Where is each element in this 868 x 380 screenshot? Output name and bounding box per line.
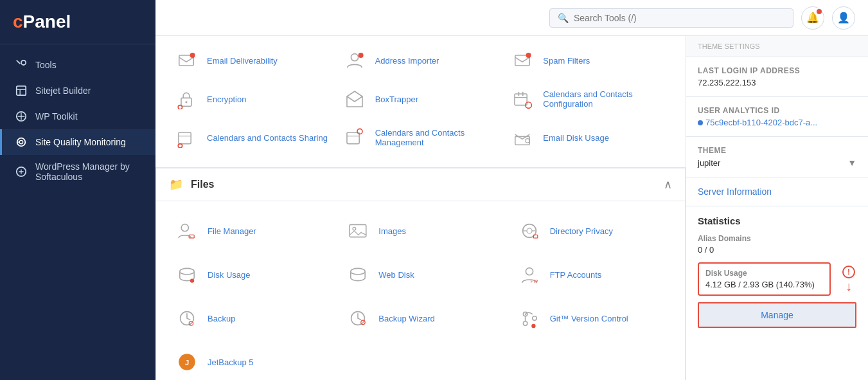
user-analytics-id: 75c9ecbf-b110-4202-bdc7-a... [698,118,856,127]
disk-usage-icon [174,262,200,287]
sidebar-nav: Tools Sitejet Builder WP Toolkit [0,44,155,380]
disk-usage-label: Disk Usage [705,269,823,278]
cal-mgmt-icon [342,125,368,150]
svg-point-11 [351,54,358,61]
email-disk-icon [509,125,535,150]
tool-backup[interactable]: Backup [169,299,330,338]
cal-sharing-icon [173,125,199,150]
svg-rect-1 [17,86,26,95]
cal-config-icon [509,86,535,112]
jetbackup-icon: J [174,349,200,375]
svg-point-42 [190,278,194,282]
svg-rect-24 [179,132,191,144]
user-analytics-label: User Analytics ID [698,106,856,115]
last-login-ip: 72.235.222.153 [698,78,856,87]
main-area: 🔍 🔔 👤 [155,0,868,380]
svg-point-32 [181,224,188,231]
address-importer-icon [342,48,368,73]
sidebar-item-wp-toolkit-label: WP Toolkit [35,111,78,122]
sidebar-item-wp-manager-label: WordPress Manager by Softaculous [35,161,143,182]
spam-filters-icon [509,48,535,73]
svg-rect-19 [515,94,527,105]
disk-usage-value: 4.12 GB / 2.93 GB (140.73%) [705,280,823,289]
svg-point-29 [357,129,362,134]
tool-email-disk-usage[interactable]: Email Disk Usage [504,118,673,157]
sidebar-item-wp-toolkit[interactable]: WP Toolkit [0,104,155,129]
tool-encryption[interactable]: Encryption [168,80,337,118]
files-tools-grid: File Manager Images [169,212,672,380]
sidebar-item-sitejet-label: Sitejet Builder [35,86,91,96]
web-disk-label: Web Disk [378,270,414,280]
sidebar-item-site-quality[interactable]: Site Quality Monitoring [0,129,155,155]
tool-boxtrapper[interactable]: BoxTrapper [337,80,505,118]
tool-git[interactable]: Git™ Version Control [511,299,672,338]
user-icon: 👤 [837,12,850,24]
address-importer-label: Address Importer [375,56,439,66]
server-info-link[interactable]: Server Information [686,177,868,206]
collapse-icon: ∧ [664,177,672,192]
git-icon [517,305,542,331]
tool-ftp-accounts[interactable]: FTP FTP Accounts [511,255,672,294]
tool-file-manager[interactable]: File Manager [169,212,330,250]
tool-directory-privacy[interactable]: Directory Privacy [511,212,672,250]
tool-email-deliverability[interactable]: Email Deliverability [168,41,337,80]
notification-badge [817,9,822,14]
email-disk-label: Email Disk Usage [543,133,609,143]
search-input[interactable] [574,13,785,23]
backup-icon [174,305,200,331]
logo: cPanel [0,0,155,44]
tool-backup-wizard[interactable]: Backup Wizard [340,299,500,338]
encryption-icon [173,86,199,112]
ftp-icon: FTP [517,262,542,287]
svg-point-17 [178,105,182,109]
backup-wizard-icon [345,305,371,331]
right-panel: THEME SETTINGS Last Login IP Address 72.… [686,36,868,380]
svg-point-37 [527,228,532,233]
web-disk-icon [345,262,371,287]
notifications-button[interactable]: 🔔 [801,6,824,30]
svg-line-0 [17,60,20,64]
svg-point-26 [178,144,182,148]
sidebar-item-wp-manager[interactable]: WordPress Manager by Softaculous [0,155,155,188]
sidebar-item-sitejet[interactable]: Sitejet Builder [0,78,155,104]
folder-icon: 📁 [169,177,183,192]
user-menu-button[interactable]: 👤 [832,6,855,30]
tool-disk-usage[interactable]: Disk Usage [169,255,330,294]
svg-point-44 [526,268,533,275]
tool-jetbackup[interactable]: J JetBackup 5 [169,343,330,380]
sidebar-item-site-quality-label: Site Quality Monitoring [35,137,126,147]
files-section-header[interactable]: 📁 Files ∧ [156,168,685,201]
content: Email Deliverability Address Importer [155,36,868,380]
tool-web-disk[interactable]: Web Disk [340,255,500,294]
search-bar: 🔍 [549,8,793,28]
svg-rect-34 [350,224,367,237]
tool-cal-contacts-mgmt[interactable]: Calendars and Contacts Management [337,118,505,157]
svg-rect-27 [347,132,359,144]
theme-value: jupiter [698,158,720,168]
topbar: 🔍 🔔 👤 [155,0,868,36]
svg-point-6 [19,140,22,143]
svg-rect-30 [515,136,529,145]
tool-spam-filters[interactable]: Spam Filters [504,41,673,80]
alias-domains-stat: Alias Domains 0 / 0 [698,234,856,255]
disk-usage-stat: Disk Usage 4.12 GB / 2.93 GB (140.73%) [698,262,831,296]
alias-domains-value: 0 / 0 [698,245,856,255]
right-panel-top: THEME SETTINGS [686,36,868,57]
main-content: Email Deliverability Address Importer [155,36,686,380]
cal-mgmt-label: Calendars and Contacts Management [375,128,500,147]
email-deliverability-label: Email Deliverability [207,56,278,66]
sidebar-item-tools-label: Tools [35,60,57,70]
tool-cal-contacts-sharing[interactable]: Calendars and Contacts Sharing [168,118,337,157]
files-section-body: File Manager Images [156,201,685,380]
svg-point-51 [523,321,527,325]
tool-images[interactable]: Images [340,212,500,250]
tool-address-importer[interactable]: Address Importer [337,41,505,80]
tool-cal-contacts-config[interactable]: Calendars and Contacts Configuration [504,80,673,118]
files-section: 📁 Files ∧ [155,168,686,380]
svg-point-16 [185,101,187,103]
files-header-left: 📁 Files [169,177,214,192]
sidebar-item-tools[interactable]: Tools [0,52,155,78]
images-icon [345,218,371,244]
manage-button[interactable]: Manage [698,302,856,328]
svg-text:FTP: FTP [530,279,538,284]
